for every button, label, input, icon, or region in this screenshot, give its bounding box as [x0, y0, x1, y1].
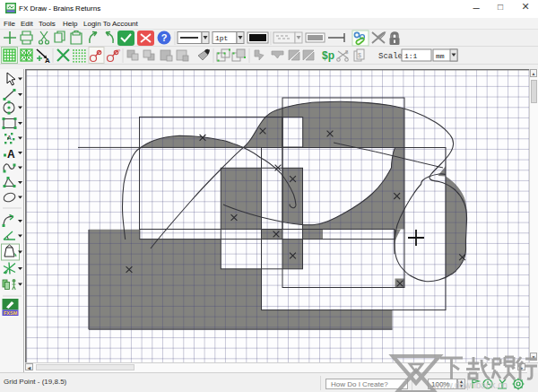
svg-text:$p: $p: [322, 49, 334, 62]
svg-text:1pt: 1pt: [215, 34, 228, 42]
svg-text:FXSM: FXSM: [4, 310, 18, 316]
svg-text:mm: mm: [436, 52, 445, 60]
svg-text:A: A: [7, 135, 12, 141]
svg-text:www.downbank.cn: www.downbank.cn: [432, 380, 508, 390]
svg-text:$: $: [358, 52, 361, 58]
svg-text:A: A: [45, 57, 50, 65]
svg-text:A: A: [7, 148, 15, 161]
svg-text:∞: ∞: [117, 48, 120, 53]
svg-text:1:1: 1:1: [404, 52, 418, 60]
svg-text:$: $: [345, 49, 349, 55]
svg-text:?: ?: [161, 32, 168, 43]
svg-text:Scale: Scale: [378, 52, 403, 61]
